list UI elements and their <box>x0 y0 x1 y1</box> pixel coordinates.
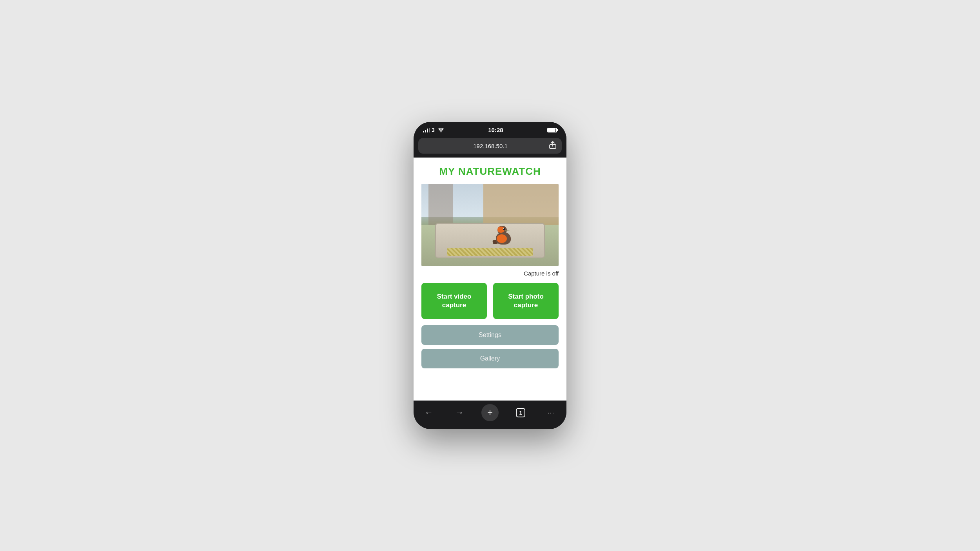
wifi-icon <box>438 128 444 132</box>
action-buttons-row: Start video capture Start photo capture <box>421 283 559 319</box>
status-right <box>547 128 557 132</box>
capture-status-label: Capture is <box>524 270 552 277</box>
status-time: 10:28 <box>488 127 503 133</box>
forward-icon: → <box>455 408 464 418</box>
start-video-capture-button[interactable]: Start video capture <box>421 283 487 319</box>
tray-seeds <box>447 248 534 256</box>
bird-bath-tray <box>435 223 545 258</box>
signal-bar-1 <box>423 131 424 132</box>
phone-frame: 3 10:28 192.168.50.1 <box>414 122 566 429</box>
robin-bird <box>493 225 514 245</box>
signal-bar-3 <box>427 129 428 132</box>
gallery-button[interactable]: Gallery <box>421 349 559 368</box>
browser-toolbar: ← → + 1 ··· <box>414 401 566 429</box>
capture-status: Capture is off <box>421 270 559 277</box>
camera-view <box>421 184 559 266</box>
back-icon: ← <box>425 408 433 418</box>
capture-status-value: off <box>552 270 559 277</box>
settings-button[interactable]: Settings <box>421 325 559 345</box>
start-photo-capture-button[interactable]: Start photo capture <box>493 283 559 319</box>
svg-point-0 <box>440 131 441 132</box>
battery-icon <box>547 128 557 132</box>
more-icon: ··· <box>548 410 555 416</box>
signal-bar-4 <box>429 128 430 132</box>
tab-count: 1 <box>519 410 522 416</box>
carrier-label: 3 <box>432 127 435 133</box>
start-video-capture-line1: Start video <box>437 293 472 300</box>
start-photo-capture-line1: Start photo <box>508 293 544 300</box>
robin-eye <box>503 228 505 230</box>
app-title: MY NATUREWATCH <box>421 165 559 178</box>
status-bar: 3 10:28 <box>414 122 566 136</box>
back-button[interactable]: ← <box>420 404 437 421</box>
signal-bars <box>423 128 430 132</box>
add-icon: + <box>487 407 493 418</box>
forward-button[interactable]: → <box>451 404 468 421</box>
start-photo-capture-line2: capture <box>514 301 538 309</box>
start-video-capture-line2: capture <box>442 301 466 309</box>
add-tab-button[interactable]: + <box>481 404 499 421</box>
status-left: 3 <box>423 127 444 133</box>
tab-count-box: 1 <box>516 408 525 417</box>
web-content: MY NATUREWATCH <box>414 158 566 401</box>
signal-bar-2 <box>425 130 426 132</box>
browser-chrome: 192.168.50.1 <box>414 136 566 158</box>
share-icon[interactable] <box>549 141 556 150</box>
address-bar[interactable]: 192.168.50.1 <box>418 138 562 154</box>
tabs-button[interactable]: 1 <box>512 404 529 421</box>
battery-fill <box>548 129 555 132</box>
camera-scene <box>421 184 559 266</box>
robin-breast <box>497 234 507 243</box>
more-button[interactable]: ··· <box>543 404 560 421</box>
address-url: 192.168.50.1 <box>432 143 549 149</box>
